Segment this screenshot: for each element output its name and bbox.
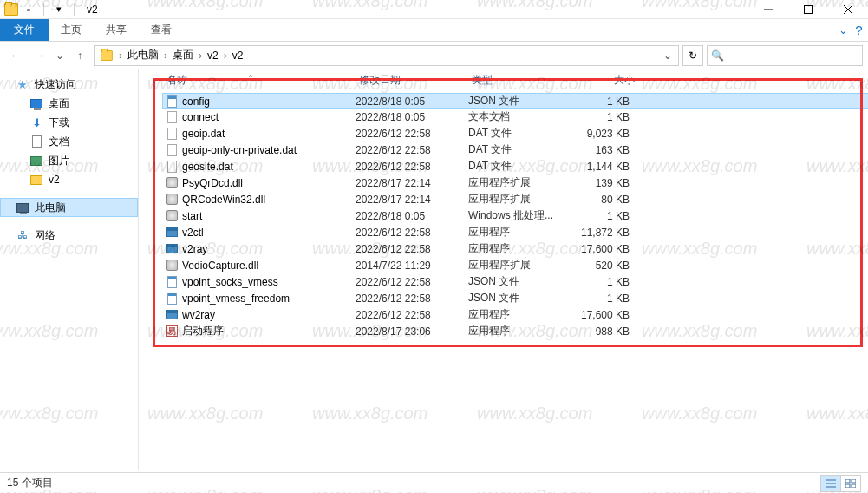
address-root-icon[interactable] — [96, 46, 117, 65]
close-button[interactable] — [828, 0, 868, 19]
up-button[interactable]: ↑ — [69, 45, 90, 66]
item-count: 15 个项目 — [7, 476, 53, 490]
network-icon: 🖧 — [16, 229, 29, 241]
ribbon-tab-home[interactable]: 主页 — [49, 19, 94, 41]
chevron-right-icon[interactable]: › — [162, 49, 169, 62]
svg-rect-9 — [845, 484, 850, 488]
address-history-dropdown[interactable]: ⌄ — [659, 49, 676, 62]
crumb-thispc[interactable]: 此电脑 — [124, 46, 162, 65]
sidebar-item-pictures[interactable]: 图片 — [0, 151, 138, 170]
svg-rect-8 — [852, 479, 856, 483]
address-bar[interactable]: › 此电脑 › 桌面 › v2 › v2 ⌄ — [94, 45, 679, 66]
download-icon: ⬇ — [29, 116, 43, 128]
sidebar-label: 快速访问 — [35, 77, 76, 92]
sidebar-quick-access[interactable]: ★ 快速访问 — [0, 75, 138, 94]
chevron-right-icon[interactable]: › — [197, 49, 204, 62]
sidebar-item-label: 网络 — [35, 228, 55, 243]
window-title: v2 — [87, 3, 98, 16]
sidebar-item-desktop[interactable]: 桌面 — [0, 94, 138, 113]
chevron-right-icon[interactable]: › — [117, 49, 124, 62]
title-bar: ▫ ▾ v2 — [0, 0, 868, 19]
file-list-area: 名称˄ 修改日期 类型 大小 config2022/8/18 0:05JSON … — [139, 69, 868, 470]
ribbon-file-tab[interactable]: 文件 — [0, 19, 49, 41]
sidebar-network[interactable]: 🖧网络 — [0, 226, 138, 245]
pictures-icon — [29, 154, 43, 167]
desktop-icon — [29, 97, 43, 109]
body: ★ 快速访问 桌面 ⬇下载 文档 图片 v2 此电脑 🖧网络 名称˄ 修改日期 … — [0, 69, 868, 470]
large-icons-view-button[interactable] — [840, 475, 861, 492]
ribbon-tab-view[interactable]: 查看 — [139, 19, 184, 41]
crumb-v2[interactable]: v2 — [204, 46, 222, 65]
navigation-pane: ★ 快速访问 桌面 ⬇下载 文档 图片 v2 此电脑 🖧网络 — [0, 69, 139, 470]
back-button[interactable]: ← — [5, 45, 26, 66]
refresh-button[interactable]: ↻ — [682, 45, 703, 66]
navigation-row: ← → ⌄ ↑ › 此电脑 › 桌面 › v2 › v2 ⌄ ↻ 🔍 — [0, 42, 868, 69]
folder-icon — [29, 174, 43, 186]
sidebar-this-pc[interactable]: 此电脑 — [0, 198, 138, 217]
search-icon: 🔍 — [711, 49, 724, 62]
quick-access-toolbar: ▫ ▾ — [0, 2, 83, 17]
folder-icon — [3, 2, 19, 17]
sidebar-item-documents[interactable]: 文档 — [0, 132, 138, 151]
ribbon-tab-share[interactable]: 共享 — [94, 19, 139, 41]
svg-rect-7 — [845, 479, 850, 483]
sidebar-item-label: 下载 — [49, 115, 69, 130]
pc-icon — [16, 201, 29, 214]
divider — [43, 3, 44, 16]
sidebar-item-label: 图片 — [49, 154, 69, 168]
chevron-right-icon[interactable]: › — [222, 49, 229, 62]
sidebar-item-v2[interactable]: v2 — [0, 170, 138, 189]
divider — [74, 3, 75, 16]
highlight-box — [153, 78, 863, 347]
view-switcher — [821, 475, 861, 492]
status-bar: 15 个项目 — [0, 472, 868, 493]
crumb-v2-inner[interactable]: v2 — [229, 46, 247, 65]
sidebar-item-label: 此电脑 — [35, 200, 66, 215]
details-view-button[interactable] — [820, 475, 841, 492]
properties-icon[interactable]: ▫ — [21, 2, 36, 17]
maximize-button[interactable] — [788, 0, 828, 19]
minimize-button[interactable] — [748, 0, 788, 19]
window-controls — [748, 0, 868, 19]
sidebar-item-label: 文档 — [49, 135, 69, 149]
crumb-desktop[interactable]: 桌面 — [169, 46, 197, 65]
document-icon — [29, 135, 43, 148]
forward-button[interactable]: → — [29, 45, 50, 66]
ribbon-help-dropdown[interactable]: ⌄ ? — [833, 19, 868, 41]
svg-rect-10 — [852, 484, 856, 488]
ribbon: 文件 主页 共享 查看 ⌄ ? — [0, 19, 868, 42]
qat-dropdown-icon[interactable]: ▾ — [51, 2, 67, 17]
star-icon: ★ — [16, 78, 29, 90]
sidebar-item-downloads[interactable]: ⬇下载 — [0, 113, 138, 132]
search-input[interactable]: 🔍 — [707, 45, 863, 66]
sidebar-item-label: 桌面 — [49, 96, 69, 111]
recent-dropdown[interactable]: ⌄ — [54, 45, 66, 66]
svg-rect-1 — [805, 5, 813, 13]
sidebar-item-label: v2 — [49, 174, 60, 186]
